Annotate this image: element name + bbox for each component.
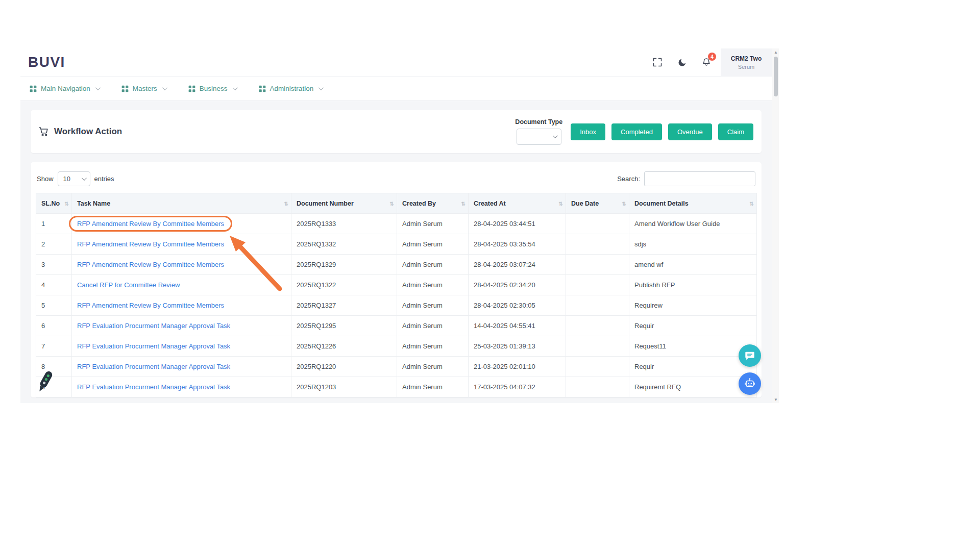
cell-document-number: 2025RQ1333	[291, 214, 397, 234]
cell-task-name: RFP Evaluation Procurment Manager Approv…	[72, 377, 291, 397]
tasks-table: SL.No⇅ Task Name⇅ Document Number⇅ Creat…	[36, 193, 757, 397]
tasks-table-card: Show 10 entries Search:	[31, 162, 762, 397]
cell-created-by: Admin Serum	[397, 316, 469, 336]
document-type-select[interactable]	[517, 129, 561, 145]
nav-item-main-navigation[interactable]: Main Navigation	[30, 85, 99, 92]
topbar: BUVI 4 CRM2 Two Serum	[20, 48, 772, 77]
cell-created-by: Admin Serum	[397, 234, 469, 255]
task-link[interactable]: RFP Amendment Review By Committee Member…	[77, 302, 224, 309]
search-input[interactable]	[644, 171, 755, 186]
dark-mode-button[interactable]	[676, 56, 688, 68]
page-size-select[interactable]: 10	[58, 171, 90, 186]
cell-created-at: 28-04-2025 02:34:20	[469, 275, 566, 295]
column-header-created-by[interactable]: Created By⇅	[397, 193, 469, 214]
task-link[interactable]: RFP Amendment Review By Committee Member…	[77, 261, 224, 268]
cell-task-name: RFP Amendment Review By Committee Member…	[72, 295, 291, 316]
cell-created-at: 21-03-2025 02:01:10	[469, 357, 566, 377]
document-type-label: Document Type	[515, 118, 562, 126]
overdue-button[interactable]: Overdue	[668, 123, 712, 140]
task-link[interactable]: RFP Evaluation Procurment Manager Approv…	[77, 342, 230, 350]
document-type-group: Document Type	[515, 118, 562, 145]
cell-slno: 8	[36, 357, 72, 377]
grid-icon	[121, 85, 129, 92]
cell-created-at: 28-04-2025 03:07:24	[469, 255, 566, 275]
cell-created-at: 25-03-2025 01:39:13	[469, 336, 566, 357]
cell-document-number: 2025RQ1322	[291, 275, 397, 295]
sort-icon: ⇅	[750, 201, 754, 206]
task-link[interactable]: RFP Amendment Review By Committee Member…	[69, 216, 232, 232]
completed-button[interactable]: Completed	[611, 123, 662, 140]
main-menu: Main Navigation Masters Business Adminis…	[20, 77, 772, 101]
column-header-task-name[interactable]: Task Name⇅	[72, 193, 291, 214]
nav-label: Business	[200, 85, 228, 92]
column-header-document-number[interactable]: Document Number⇅	[291, 193, 397, 214]
cell-task-name: RFP Amendment Review By Committee Member…	[72, 214, 291, 234]
sort-icon: ⇅	[622, 201, 626, 206]
page: BUVI 4 CRM2 Two Serum	[0, 0, 980, 551]
user-role: Serum	[738, 64, 754, 70]
table-body: 1 RFP Amendment Review By Committee Memb…	[36, 214, 757, 397]
table-row: 9 RFP Evaluation Procurment Manager Appr…	[36, 377, 757, 397]
cell-document-details: Publishh RFP	[629, 275, 757, 295]
search-label: Search:	[617, 175, 640, 183]
topbar-icons: 4	[651, 48, 713, 76]
table-row: 3 RFP Amendment Review By Committee Memb…	[36, 255, 757, 275]
grid-icon	[259, 85, 266, 92]
notification-badge: 4	[708, 53, 716, 61]
robot-icon	[744, 378, 756, 390]
scroll-down-arrow[interactable]: ▼	[772, 396, 779, 403]
cell-slno: 4	[36, 275, 72, 295]
table-row: 2 RFP Amendment Review By Committee Memb…	[36, 234, 757, 255]
sort-icon: ⇅	[559, 201, 563, 206]
chat-fab-button[interactable]	[739, 344, 761, 367]
nav-item-administration[interactable]: Administration	[259, 85, 323, 92]
cell-created-by: Admin Serum	[397, 295, 469, 316]
sort-icon: ⇅	[390, 201, 394, 206]
cell-due-date	[566, 336, 629, 357]
notifications-button[interactable]: 4	[700, 56, 713, 68]
nav-item-business[interactable]: Business	[188, 85, 236, 92]
cell-document-number: 2025RQ1295	[291, 316, 397, 336]
column-header-created-at[interactable]: Created At⇅	[469, 193, 566, 214]
nav-item-masters[interactable]: Masters	[121, 85, 166, 92]
cell-task-name: RFP Evaluation Procurment Manager Approv…	[72, 357, 291, 377]
cell-document-details: Amend Workflow User Guide	[629, 214, 757, 234]
task-link[interactable]: RFP Evaluation Procurment Manager Approv…	[77, 383, 230, 391]
chevron-down-icon	[162, 85, 167, 90]
chat-icon	[744, 350, 755, 361]
user-profile-menu[interactable]: CRM2 Two Serum	[721, 48, 772, 76]
content-area: Workflow Action Document Type Inbox Comp…	[20, 101, 772, 403]
cell-created-at: 28-04-2025 03:44:51	[469, 214, 566, 234]
cell-document-details: Requirew	[629, 295, 757, 316]
inbox-button[interactable]: Inbox	[571, 123, 605, 140]
table-row: 5 RFP Amendment Review By Committee Memb…	[36, 295, 757, 316]
app-frame: BUVI 4 CRM2 Two Serum	[20, 48, 772, 403]
cell-document-details: amend wf	[629, 255, 757, 275]
cell-created-by: Admin Serum	[397, 255, 469, 275]
scroll-up-arrow[interactable]: ▲	[772, 48, 779, 56]
task-link[interactable]: Cancel RFP for Committee Review	[77, 281, 180, 289]
claim-button[interactable]: Claim	[718, 123, 753, 140]
assistant-fab-button[interactable]	[739, 372, 761, 395]
sort-icon: ⇅	[284, 201, 288, 206]
column-header-slno[interactable]: SL.No⇅	[36, 193, 72, 214]
fullscreen-button[interactable]	[651, 56, 664, 68]
cell-task-name: RFP Amendment Review By Committee Member…	[72, 255, 291, 275]
sort-icon: ⇅	[461, 201, 465, 206]
workflow-action-card: Workflow Action Document Type Inbox Comp…	[31, 110, 762, 153]
cell-due-date	[566, 316, 629, 336]
chevron-down-icon	[318, 85, 324, 90]
cell-slno: 1	[36, 214, 72, 234]
cell-document-number: 2025RQ1220	[291, 357, 397, 377]
column-header-due-date[interactable]: Due Date⇅	[566, 193, 629, 214]
task-link[interactable]: RFP Evaluation Procurment Manager Approv…	[77, 363, 230, 370]
cell-due-date	[566, 377, 629, 397]
page-title: Workflow Action	[39, 127, 122, 137]
user-name: CRM2 Two	[731, 55, 762, 62]
scrollbar-thumb[interactable]	[774, 57, 778, 96]
cell-due-date	[566, 275, 629, 295]
task-link[interactable]: RFP Evaluation Procurment Manager Approv…	[77, 322, 230, 330]
column-header-document-details[interactable]: Document Details⇅	[629, 193, 757, 214]
moon-icon	[677, 58, 687, 67]
task-link[interactable]: RFP Amendment Review By Committee Member…	[77, 240, 224, 248]
